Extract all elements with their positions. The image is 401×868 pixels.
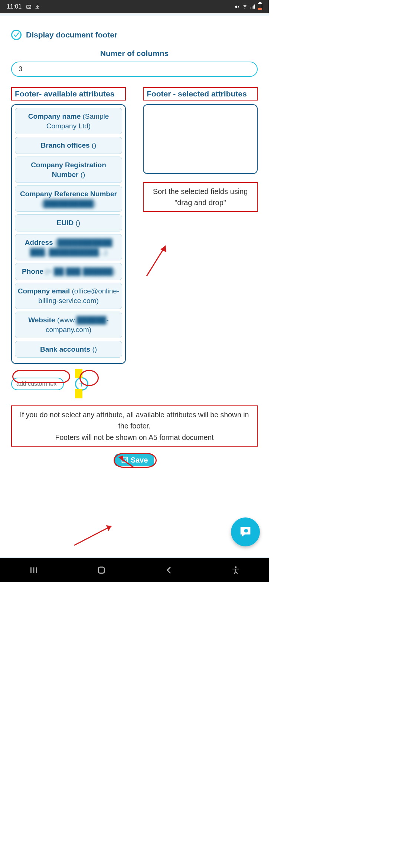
- plus-icon: +: [79, 379, 85, 389]
- list-item[interactable]: Company Registration Number (): [15, 157, 122, 183]
- info-line-2: Footers will not be shown on A5 format d…: [16, 432, 253, 443]
- display-footer-label: Display document footer: [26, 30, 117, 39]
- mute-vibrate-icon: [234, 4, 240, 10]
- accessibility-button[interactable]: [231, 566, 240, 575]
- check-square-icon: [121, 456, 128, 464]
- back-button[interactable]: [164, 565, 174, 575]
- wifi-icon: [242, 4, 248, 10]
- recents-button[interactable]: [29, 565, 39, 575]
- chat-icon: [238, 525, 253, 539]
- svg-rect-9: [122, 457, 127, 463]
- columns-label: Numer of columns: [11, 49, 258, 58]
- list-item[interactable]: Bank accounts (): [15, 341, 122, 358]
- item-label: Website: [28, 316, 55, 324]
- item-label: Phone: [22, 267, 43, 275]
- item-value: (): [81, 171, 85, 178]
- image-icon: [26, 4, 32, 10]
- svg-rect-5: [251, 7, 251, 9]
- item-label: Bank accounts: [40, 345, 90, 353]
- save-label: Save: [131, 456, 148, 464]
- item-value: (): [92, 141, 97, 149]
- item-value: (+ ██ ███ ██████): [45, 267, 115, 275]
- highlight-icon: +: [75, 369, 88, 398]
- svg-rect-6: [252, 6, 252, 9]
- item-value: (): [92, 345, 97, 353]
- list-item[interactable]: Company Reference Number (██████████): [15, 185, 122, 212]
- selected-list[interactable]: [143, 104, 258, 174]
- item-value: (): [76, 219, 81, 227]
- list-item[interactable]: EUID (): [15, 214, 122, 231]
- available-list[interactable]: Company name (Sample Company Ltd) Branch…: [11, 104, 126, 364]
- list-item[interactable]: Branch offices (): [15, 137, 122, 154]
- list-item[interactable]: Company name (Sample Company Ltd): [15, 108, 122, 134]
- home-button[interactable]: [96, 565, 107, 575]
- svg-point-4: [245, 8, 245, 9]
- list-item[interactable]: Company email (office@online-billing-ser…: [15, 283, 122, 309]
- save-button[interactable]: Save: [115, 454, 154, 466]
- chat-button[interactable]: [231, 517, 260, 546]
- sort-note: Sort the selected fields using "drag and…: [143, 182, 258, 212]
- item-label: Branch offices: [41, 141, 90, 149]
- item-value-prefix: (www.: [57, 316, 76, 324]
- svg-rect-7: [253, 5, 254, 9]
- display-footer-row[interactable]: Display document footer: [11, 30, 258, 40]
- signal-icon: [250, 4, 255, 10]
- available-header: Footer- available attributes: [11, 87, 126, 101]
- nav-bar: [0, 558, 269, 582]
- accessibility-icon: [231, 566, 240, 575]
- custom-text-input[interactable]: [13, 379, 62, 389]
- info-box: If you do not select any attribute, all …: [11, 405, 258, 447]
- battery-icon: [258, 3, 262, 10]
- status-bar: 11:01: [0, 0, 269, 13]
- list-item[interactable]: Address (███████████ ███, ██████████...): [15, 234, 122, 260]
- svg-marker-15: [106, 525, 111, 531]
- list-item[interactable]: Website (www.██████-company.com): [15, 312, 122, 338]
- item-value-blurred: ██████: [76, 316, 107, 324]
- custom-text-input-wrap[interactable]: [11, 378, 64, 390]
- home-icon: [96, 565, 107, 575]
- list-item[interactable]: Phone (+ ██ ███ ██████): [15, 263, 122, 280]
- svg-rect-8: [254, 4, 255, 9]
- item-label: Company Reference Number: [20, 190, 117, 198]
- item-label: EUID: [57, 219, 74, 227]
- columns-input[interactable]: [11, 62, 258, 77]
- add-button[interactable]: +: [75, 377, 88, 391]
- item-label: Company email: [18, 287, 70, 295]
- item-label: Address: [25, 239, 53, 246]
- selected-header: Footer - selected attributes: [143, 87, 258, 101]
- item-label: Company Registration Number: [31, 161, 106, 178]
- download-icon: [35, 4, 40, 10]
- item-value: (██████████): [41, 200, 96, 207]
- checkbox-checked-icon[interactable]: [11, 30, 22, 40]
- svg-point-16: [244, 529, 248, 533]
- back-icon: [164, 565, 174, 575]
- info-line-1: If you do not select any attribute, all …: [16, 409, 253, 431]
- recents-icon: [29, 565, 39, 575]
- item-label: Company name: [28, 112, 81, 120]
- svg-line-14: [74, 526, 111, 545]
- svg-rect-20: [98, 567, 104, 573]
- status-time: 11:01: [7, 3, 22, 10]
- svg-point-21: [235, 566, 236, 568]
